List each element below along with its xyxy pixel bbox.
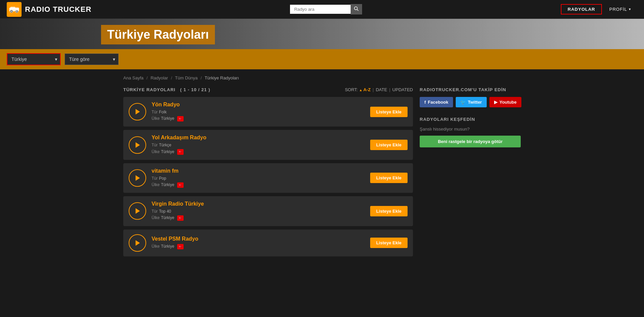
breadcrumb-home[interactable]: Ana Sayfa <box>123 75 143 80</box>
facebook-icon: f <box>424 100 426 105</box>
svg-rect-4 <box>16 8 19 10</box>
play-button-4[interactable] <box>129 202 146 220</box>
svg-rect-3 <box>10 7 15 9</box>
radio-meta-4: TürTop 40 ÜlkeTürkiye 🇹🇷 <box>152 208 365 221</box>
discover-title: RADYOLARI KEŞFEDİN <box>420 117 521 122</box>
youtube-label: Youtube <box>500 100 517 105</box>
breadcrumb-tum-dunya[interactable]: Tüm Dünya <box>175 75 198 80</box>
logo-area: RADIO TRUCKER <box>7 2 92 17</box>
twitter-button[interactable]: 🐦 Twitter <box>456 97 487 107</box>
breadcrumb-wrap: Ana Sayfa / Radyolar / Tüm Dünya / Türki… <box>120 69 524 80</box>
twitter-label: Twitter <box>468 100 482 105</box>
filter-bar: Türkiye Almanya Fransa İngiltere Türe gö… <box>0 49 644 69</box>
add-button-3[interactable]: Listeye Ekle <box>370 173 408 183</box>
facebook-label: Facebook <box>428 100 448 105</box>
breadcrumb-radyolar[interactable]: Radyolar <box>151 75 168 80</box>
discover-text: Şanslı hissediyor musun? <box>420 127 521 132</box>
sort-sep2: | <box>389 87 390 92</box>
radio-info-3: vitamin fm TürPop ÜlkeTürkiye 🇹🇷 <box>152 168 365 188</box>
nav-radyolar-button[interactable]: RADYOLAR <box>561 4 602 14</box>
svg-marker-11 <box>136 175 140 181</box>
breadcrumb-sep2: / <box>171 75 172 80</box>
add-button-2[interactable]: Listeye Ekle <box>370 140 408 150</box>
add-button-1[interactable]: Listeye Ekle <box>370 107 408 117</box>
svg-point-7 <box>354 7 357 10</box>
radio-info-4: Virgin Radio Türkiye TürTop 40 ÜlkeTürki… <box>152 201 365 221</box>
country-filter-wrap: Türkiye Almanya Fransa İngiltere <box>7 53 61 65</box>
sort-links: SORT: A-Z | DATE | UPDATED <box>345 87 413 92</box>
svg-marker-9 <box>136 109 140 115</box>
left-column: TÜRKİYE RADYOLARI ( 1 - 10 / 21 ) SORT: … <box>123 87 420 260</box>
radio-meta-1: TürFolk ÜlkeTürkiye 🇹🇷 <box>152 109 365 122</box>
play-button-5[interactable] <box>129 234 146 252</box>
svg-point-5 <box>11 10 12 12</box>
header: RADIO TRUCKER RADYOLAR PROFİL <box>0 0 644 19</box>
radio-card: Yön Radyo TürFolk ÜlkeTürkiye 🇹🇷 Listeye… <box>123 97 413 127</box>
radio-name-5: Vestel PSM Radyo <box>152 236 365 242</box>
radio-name-4: Virgin Radio Türkiye <box>152 201 365 207</box>
radio-card-2: Yol Arkadaşım Radyo TürTürkçe ÜlkeTürkiy… <box>123 130 413 160</box>
flag-2: 🇹🇷 <box>177 149 184 154</box>
radio-info-1: Yön Radyo TürFolk ÜlkeTürkiye 🇹🇷 <box>152 102 365 122</box>
play-button-1[interactable] <box>129 103 146 120</box>
breadcrumb-sep3: / <box>200 75 202 80</box>
svg-marker-13 <box>136 240 140 246</box>
sort-header: TÜRKİYE RADYOLARI ( 1 - 10 / 21 ) SORT: … <box>123 87 420 92</box>
radio-info-2: Yol Arkadaşım Radyo TürTürkçe ÜlkeTürkiy… <box>152 135 365 155</box>
genre-filter-wrap: Türe göre Pop Folk Rock Jazz <box>65 54 119 65</box>
social-buttons: f Facebook 🐦 Twitter ▶ Youtube <box>420 97 521 107</box>
main-content: TÜRKİYE RADYOLARI ( 1 - 10 / 21 ) SORT: … <box>120 80 524 267</box>
sort-updated[interactable]: UPDATED <box>392 87 413 92</box>
radio-card-3: vitamin fm TürPop ÜlkeTürkiye 🇹🇷 Listeye… <box>123 163 413 193</box>
radio-name-3: vitamin fm <box>152 168 365 174</box>
svg-point-6 <box>16 10 18 12</box>
sort-az[interactable]: A-Z <box>359 87 371 92</box>
radio-card-5: Vestel PSM Radyo ÜlkeTürkiye 🇹🇷 Listeye … <box>123 230 413 256</box>
flag-4: 🇹🇷 <box>177 215 184 221</box>
logo-text: RADIO TRUCKER <box>25 5 92 14</box>
hero-banner: Türkiye Radyoları <box>0 19 644 49</box>
svg-marker-10 <box>136 142 140 148</box>
search-button[interactable] <box>351 4 362 14</box>
radio-info-5: Vestel PSM Radyo ÜlkeTürkiye 🇹🇷 <box>152 236 365 250</box>
right-column: RADIOTRUCKER.COM'U TAKİP EDİN f Facebook… <box>420 87 524 260</box>
radio-meta-2: TürTürkçe ÜlkeTürkiye 🇹🇷 <box>152 142 365 155</box>
sort-date[interactable]: DATE <box>376 87 387 92</box>
breadcrumb-current: Türkiye Radyoları <box>204 75 239 80</box>
search-input[interactable] <box>290 5 351 14</box>
facebook-button[interactable]: f Facebook <box>420 97 453 107</box>
radio-meta-5: ÜlkeTürkiye 🇹🇷 <box>152 243 365 250</box>
flag-5: 🇹🇷 <box>177 244 184 249</box>
radio-meta-3: TürPop ÜlkeTürkiye 🇹🇷 <box>152 175 365 188</box>
country-filter[interactable]: Türkiye Almanya Fransa İngiltere <box>7 53 61 65</box>
radio-card-4: Virgin Radio Türkiye TürTop 40 ÜlkeTürki… <box>123 196 413 226</box>
list-title: TÜRKİYE RADYOLARI ( 1 - 10 / 21 ) <box>123 87 210 92</box>
flag-1: 🇹🇷 <box>177 116 184 121</box>
svg-line-8 <box>357 9 358 11</box>
svg-marker-12 <box>136 208 140 214</box>
discover-button[interactable]: Beni rastgele bir radyoya götür <box>420 136 521 147</box>
genre-filter[interactable]: Türe göre Pop Folk Rock Jazz <box>65 54 119 65</box>
add-button-5[interactable]: Listeye Ekle <box>370 238 408 248</box>
search-area <box>290 4 362 14</box>
nav-profil-button[interactable]: PROFİL <box>603 5 637 14</box>
add-button-4[interactable]: Listeye Ekle <box>370 206 408 216</box>
radio-name-1: Yön Radyo <box>152 102 365 108</box>
play-button-3[interactable] <box>129 169 146 187</box>
nav-area: RADYOLAR PROFİL <box>561 4 637 14</box>
breadcrumb-sep1: / <box>147 75 148 80</box>
logo-icon <box>7 2 22 17</box>
follow-section-title: RADIOTRUCKER.COM'U TAKİP EDİN <box>420 87 521 92</box>
flag-3: 🇹🇷 <box>177 182 184 188</box>
youtube-button[interactable]: ▶ Youtube <box>489 97 521 107</box>
sort-sep1: | <box>373 87 374 92</box>
hero-title: Türkiye Radyoları <box>101 25 215 44</box>
play-button-2[interactable] <box>129 136 146 154</box>
twitter-icon: 🐦 <box>460 100 466 105</box>
youtube-icon: ▶ <box>494 100 497 105</box>
breadcrumb: Ana Sayfa / Radyolar / Tüm Dünya / Türki… <box>123 75 521 80</box>
sort-label: SORT: <box>345 87 358 92</box>
radio-name-2: Yol Arkadaşım Radyo <box>152 135 365 141</box>
